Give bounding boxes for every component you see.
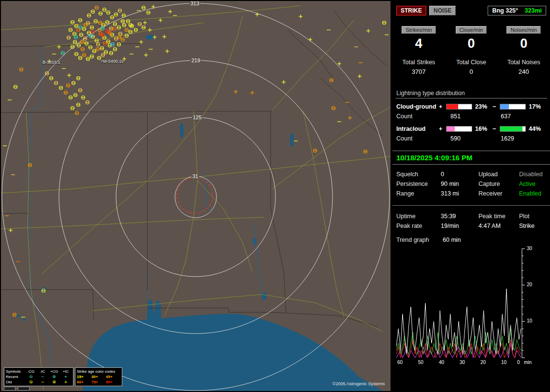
minus-sign: − <box>492 103 498 110</box>
trend-graph-plot <box>396 247 541 359</box>
count-label: Count <box>396 135 445 142</box>
col-neg-cg: -CG <box>25 369 37 374</box>
recent-row-label: Recent <box>6 375 25 379</box>
age-30: 30+ <box>91 375 106 379</box>
rate-boxes: Strikes/min 4 Close/min 0 Noises/min 0 <box>392 26 550 51</box>
strikes-per-min-value: 4 <box>392 36 445 51</box>
plot-label: Plot <box>519 213 546 220</box>
ring-label-313: 313 <box>189 1 200 6</box>
total-strikes: Total Strikes 3707 <box>392 59 445 75</box>
stats-row-1: Uptime 35:39 Peak time Plot <box>396 211 546 221</box>
trend-graph-label: Trend graph <box>396 237 443 243</box>
noises-per-min: Noises/min 0 <box>497 26 550 51</box>
totals-row: Total Strikes 3707 Total Close 0 Total N… <box>392 59 550 75</box>
y-tick-20: 20 <box>527 282 532 287</box>
bearing-readout: Bng 325° 323mi <box>488 6 546 15</box>
upload-label: Upload <box>478 171 519 178</box>
distribution-header: Lightning type distribution <box>395 90 547 98</box>
symbol-legend: Symbols -CG -IC +CG +IC Recent ⊖ − ⊕ + O… <box>4 367 73 386</box>
minus-sign: − <box>492 126 498 132</box>
ring-label-125: 125 <box>192 115 203 120</box>
count-label: Count <box>396 113 445 120</box>
settings-row-squelch: Squelch 0 Upload Disabled <box>396 169 546 179</box>
persistence-label: Persistence <box>396 181 441 187</box>
age-90: 90+ <box>106 380 120 384</box>
cg-neg-pct: 17% <box>527 103 546 110</box>
intracloud-row: Intracloud + 16% − 44% <box>392 125 550 133</box>
y-tick-30: 30 <box>527 246 532 251</box>
trend-graph: 30 20 10 60 50 40 30 20 10 0 min <box>396 247 547 369</box>
close-per-min: Close/min 0 <box>445 26 498 51</box>
cg-pos-pct: 23% <box>474 103 492 110</box>
bearing-distance: 323mi <box>525 7 542 14</box>
old-neg-ic-icon: − <box>37 380 48 384</box>
ic-neg-count: 1629 <box>495 135 514 142</box>
trend-graph-window: 60 min <box>443 237 480 243</box>
stub-box <box>4 387 15 391</box>
total-noises-value: 240 <box>497 68 550 75</box>
strike-alarm-button[interactable]: STRIKE <box>396 6 426 15</box>
copyright-text: ©2005 Astrogenic Systems <box>333 381 385 386</box>
peak-rate-value: 19/min <box>441 223 478 229</box>
recent-neg-cg-icon: ⊖ <box>25 375 37 379</box>
total-close: Total Close 0 <box>445 59 498 75</box>
col-pos-ic: +IC <box>60 369 72 374</box>
cg-neg-count: 637 <box>495 113 511 120</box>
plus-sign: + <box>439 126 445 132</box>
receiver-value: Enabled <box>519 190 546 197</box>
old-pos-cg-icon: ⊕ <box>48 380 60 384</box>
x-tick-20: 20 <box>480 360 486 365</box>
uptime-label: Uptime <box>396 213 441 220</box>
symbols-header: Symbols <box>6 369 25 374</box>
recent-pos-cg-icon: ⊕ <box>48 375 60 379</box>
lightning-map[interactable]: 313 219 125 31 Symbols -CG -IC +CG +IC R… <box>1 1 391 391</box>
persistence-value: 90 min <box>441 181 478 187</box>
ring-label-219: 219 <box>190 58 201 63</box>
x-axis-labels: 60 50 40 30 20 10 0 min <box>396 360 546 366</box>
age-75: 75+ <box>91 380 106 384</box>
bearing-label: Bng 325° <box>492 7 518 14</box>
cloud-ground-counts: Count 851 637 <box>392 111 550 125</box>
settings-row-range: Range 313 mi Receiver Enabled <box>396 189 546 198</box>
cg-neg-bar <box>500 104 526 110</box>
cloud-ground-row: Cloud-ground + 23% − 17% <box>392 102 550 111</box>
range-label: Range <box>396 190 441 197</box>
close-per-min-label: Close/min <box>456 26 487 34</box>
old-row-label: Old <box>6 380 25 384</box>
storm-cell-label: +M-5400.1v <box>101 59 124 64</box>
plus-sign: + <box>439 103 445 110</box>
receiver-label: Receiver <box>478 190 519 197</box>
ic-pos-count: 590 <box>445 135 495 142</box>
intracloud-counts: Count 590 1629 <box>392 133 550 147</box>
cg-pos-bar <box>446 104 472 110</box>
alarm-toggle-row: STRIKE NOISE Bng 325° 323mi <box>392 0 550 19</box>
age-45: 45+ <box>106 375 120 379</box>
window-stubs <box>4 387 29 391</box>
total-noises-label: Total Noises <box>497 59 550 66</box>
peak-time-value: 4:47 AM <box>478 223 519 229</box>
close-per-min-value: 0 <box>445 36 498 51</box>
noise-alarm-button[interactable]: NOISE <box>429 6 456 15</box>
datetime-display: 10/18/2025 4:09:16 PM <box>392 151 550 165</box>
upload-value: Disabled <box>519 171 546 178</box>
age-60: 60+ <box>77 380 91 384</box>
noises-per-min-value: 0 <box>497 36 550 51</box>
x-axis-unit: min <box>524 360 532 365</box>
recent-neg-ic-icon: − <box>37 375 48 379</box>
trend-graph-row: Trend graph 60 min <box>396 231 546 244</box>
x-tick-30: 30 <box>460 360 465 365</box>
status-panel: STRIKE NOISE Bng 325° 323mi Strikes/min … <box>392 0 550 392</box>
strikes-per-min-label: Strikes/min <box>402 26 435 34</box>
old-pos-ic-icon: + <box>60 380 72 384</box>
col-neg-ic: -IC <box>37 369 48 374</box>
settings-grid: Squelch 0 Upload Disabled Persistence 90… <box>392 165 550 198</box>
ic-pos-bar <box>446 126 472 132</box>
x-tick-0: 0 <box>517 360 520 365</box>
peak-time-label: Peak time <box>478 213 519 220</box>
strikes-per-min: Strikes/min 4 <box>392 26 445 51</box>
ic-neg-pct: 44% <box>527 126 546 132</box>
x-tick-10: 10 <box>501 360 507 365</box>
cloud-ground-label: Cloud-ground <box>396 103 439 110</box>
stats-section: Uptime 35:39 Peak time Plot Peak rate 19… <box>392 205 550 244</box>
total-strikes-label: Total Strikes <box>392 59 445 66</box>
